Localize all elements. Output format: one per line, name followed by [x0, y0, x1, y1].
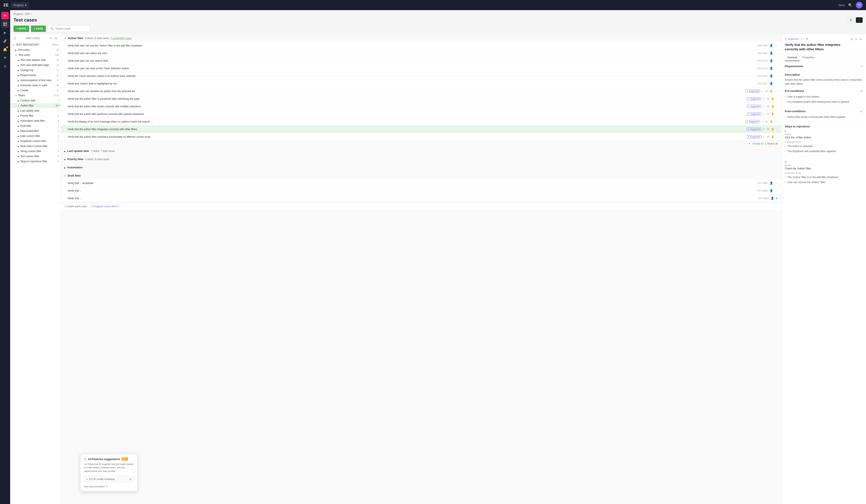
more-options-button[interactable]: ⋮: [856, 17, 863, 23]
case-row-suggested[interactable]: Verify that the author filter performs c…: [61, 110, 781, 118]
more-icon[interactable]: —: [774, 44, 778, 47]
drag-icon[interactable]: ✋: [771, 97, 775, 101]
drag-icon[interactable]: ✋: [769, 119, 774, 124]
list-view-button[interactable]: ☰: [847, 17, 854, 23]
steps-section-header[interactable]: Steps to reproduce: [785, 125, 863, 128]
case-row[interactable]: Verify that user can use the 'Author' fi…: [61, 42, 781, 49]
tree-item-multiselect-custom[interactable]: Multi-select custom filter 7: [10, 144, 61, 149]
author-filter-group-header[interactable]: Author filter 6 direct, 6 total cases, 7…: [61, 34, 781, 42]
accept-button[interactable]: ✓: [762, 97, 766, 101]
reject-button[interactable]: ✕: [766, 97, 770, 101]
accept-button[interactable]: ✓: [762, 112, 766, 116]
accept-all-button[interactable]: Accept all: [752, 142, 763, 145]
more-icon[interactable]: —: [774, 181, 778, 185]
sidebar-item-tp[interactable]: TP: [1, 12, 9, 20]
sidebar-item-cases[interactable]: [1, 20, 9, 28]
projects-button[interactable]: Projects ▾: [11, 2, 29, 8]
case-row[interactable]: Verify that user can click on the 'Clear…: [61, 65, 781, 72]
tree-item-sidebar-view[interactable]: Test case sidebar view 40: [10, 57, 61, 62]
tree-item-draft-filter[interactable]: Draft filter 3: [10, 123, 61, 128]
tree-item-author-filter[interactable]: Author filter 6/7: [10, 103, 61, 108]
drag-icon[interactable]: ✋: [771, 104, 775, 108]
more-icon[interactable]: —: [774, 119, 778, 124]
tree-item-deprecated-filter[interactable]: Deprecated filter 3: [10, 128, 61, 134]
case-row[interactable]: Verify that ... ZTP-5650 👤 ●: [61, 195, 781, 202]
sidebar-item-launches[interactable]: 🚀: [1, 37, 9, 45]
case-row-suggested[interactable]: Verify that the author filter works corr…: [61, 103, 781, 110]
description-section-header[interactable]: Description: [785, 73, 863, 76]
search-input[interactable]: [55, 27, 87, 30]
add-case-button[interactable]: + CASE: [31, 25, 46, 32]
reject-button[interactable]: ✕: [765, 90, 768, 93]
drag-icon[interactable]: ✋: [771, 112, 775, 116]
dot-icon[interactable]: ●: [775, 196, 778, 200]
view-docs-link[interactable]: View documentation ↗: [84, 485, 134, 488]
reject-button[interactable]: ✕: [765, 120, 768, 123]
postconditions-section-header[interactable]: Post-conditions ▲: [785, 110, 863, 113]
case-row[interactable]: Verify that ... dropdown ZTP-2849 👤 —: [61, 179, 781, 187]
right-accept-button[interactable]: ✓: [800, 37, 804, 41]
more-icon[interactable]: —: [774, 74, 778, 78]
drag-icon[interactable]: ✋: [771, 127, 775, 131]
drag-icon[interactable]: ✋: [771, 135, 775, 139]
priority-filter-group-header[interactable]: Priority filter 6 direct, 6 total cases: [61, 156, 781, 163]
filter-icon[interactable]: ☰: [13, 36, 17, 41]
tree-item-test-suites[interactable]: Test suites 29: [10, 47, 61, 53]
search-box[interactable]: 🔍: [47, 25, 90, 32]
accept-button[interactable]: ✓: [762, 105, 766, 108]
tree-item-date-custom[interactable]: Date custom filter 8: [10, 134, 61, 139]
tree-item-creation-date[interactable]: Creation date 7: [10, 98, 61, 103]
suggest-ai-button[interactable]: ✦ Suggest cases with AI: [91, 205, 119, 208]
accept-button[interactable]: ✓: [761, 90, 764, 93]
case-row[interactable]: Verify the 'Clear selection' button if n…: [61, 72, 781, 80]
reject-button[interactable]: ✕: [766, 112, 770, 116]
case-row[interactable]: Verify that user can use search field ZT…: [61, 57, 781, 65]
tree-item-automation-filter[interactable]: Automation state filter 6: [10, 118, 61, 123]
user-icon[interactable]: 👤: [769, 74, 774, 78]
tree-item-generate-cases[interactable]: Generate cases in suite 48: [10, 83, 61, 88]
tree-item-string-custom[interactable]: String custom filter 4: [10, 149, 61, 154]
case-row-suggested[interactable]: Verify that the author filter maintains …: [61, 133, 781, 141]
docs-link[interactable]: Docs: [839, 3, 845, 7]
reject-button[interactable]: ✕: [766, 105, 770, 108]
reject-all-button[interactable]: Reject all: [767, 142, 778, 145]
sidebar-item-settings[interactable]: ⚙: [1, 62, 9, 70]
drag-icon[interactable]: ✋: [769, 89, 774, 93]
tree-item-autocompletion[interactable]: Autocompletion of test case 17: [10, 78, 61, 83]
down-arrow-icon[interactable]: ↓: [776, 104, 778, 108]
automation-group-header[interactable]: Automation: [61, 164, 781, 171]
case-row-suggested[interactable]: Verify that the author filter is preserv…: [61, 95, 781, 103]
tab-general[interactable]: General: [785, 54, 800, 61]
user-icon[interactable]: 👤: [770, 196, 775, 200]
user-icon[interactable]: 👤: [769, 181, 774, 185]
user-icon[interactable]: 👤: [769, 66, 774, 70]
more-icon[interactable]: —: [774, 59, 778, 63]
author-filter-suggested-link[interactable]: 7 suggested cases: [110, 37, 132, 40]
tree-item-credits[interactable]: Credits 17: [10, 88, 61, 93]
case-row[interactable]: Verify that ... ZTP-2850 👤 —: [61, 187, 781, 195]
draft-filter-group-header[interactable]: Draft filter: [61, 172, 781, 179]
search-icon[interactable]: 🔍: [848, 3, 853, 7]
breadcrumb-ztp[interactable]: ZTP: [25, 13, 30, 16]
right-reject-button[interactable]: ✕: [805, 37, 809, 41]
user-icon[interactable]: 👤: [769, 51, 774, 55]
sidebar-item-notifications[interactable]: 🔔: [1, 46, 9, 53]
preconditions-section-header[interactable]: Pre-conditions ▲: [785, 89, 863, 92]
expand-all-button[interactable]: ⊕: [54, 36, 58, 41]
case-row-suggested[interactable]: Verify that user can deselect an author …: [61, 88, 781, 95]
tree-item-last-update[interactable]: Last update date 7: [10, 108, 61, 113]
case-row-suggested[interactable]: Verify the display of an error message w…: [61, 118, 781, 125]
accept-button[interactable]: ✓: [761, 120, 764, 123]
add-suite-button[interactable]: + SUITE: [13, 25, 29, 32]
collapse-all-button[interactable]: ⊖: [49, 36, 53, 41]
down-arrow-icon[interactable]: ↓: [776, 135, 778, 139]
user-icon[interactable]: 👤: [769, 81, 774, 85]
user-icon[interactable]: 👤: [769, 188, 774, 193]
tree-item-dropdown-custom[interactable]: Dropdown custom filter 7: [10, 139, 61, 144]
accept-button[interactable]: ✓: [762, 135, 766, 139]
close-button[interactable]: ✕: [859, 37, 863, 42]
create-quick-case[interactable]: + Create quick case: [64, 205, 87, 208]
more-icon[interactable]: —: [774, 89, 778, 93]
tree-item-test-cases[interactable]: Test cases 234: [10, 53, 61, 57]
add-credits-button[interactable]: +: [130, 477, 132, 481]
